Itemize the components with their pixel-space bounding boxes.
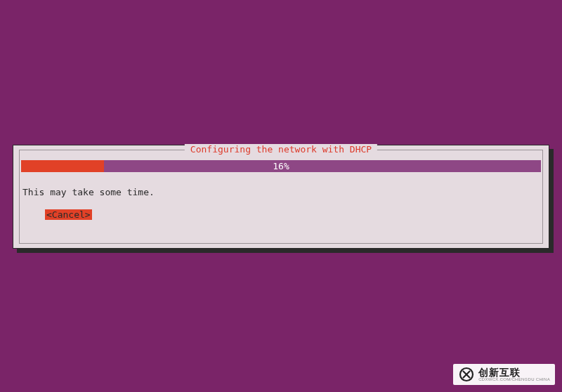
dialog-container: Configuring the network with DHCP 16% Th… xyxy=(13,145,549,249)
watermark-brand: 创新互联 xyxy=(478,367,550,377)
dialog-title: Configuring the network with DHCP xyxy=(185,144,377,155)
dialog: Configuring the network with DHCP 16% Th… xyxy=(13,145,549,249)
dialog-frame: Configuring the network with DHCP 16% Th… xyxy=(19,150,543,244)
watermark-text: 创新互联 CDXWCX.COM/CHENGDU CHINA xyxy=(478,367,550,381)
watermark-tagline: CDXWCX.COM/CHENGDU CHINA xyxy=(478,377,550,381)
status-message: This may take some time. xyxy=(22,187,155,197)
progress-percent: 16% xyxy=(21,160,541,172)
cancel-button[interactable]: <Cancel> xyxy=(45,209,92,220)
progress-bar: 16% xyxy=(21,160,541,172)
watermark: 创新互联 CDXWCX.COM/CHENGDU CHINA xyxy=(453,364,555,385)
watermark-logo-icon xyxy=(458,366,475,383)
